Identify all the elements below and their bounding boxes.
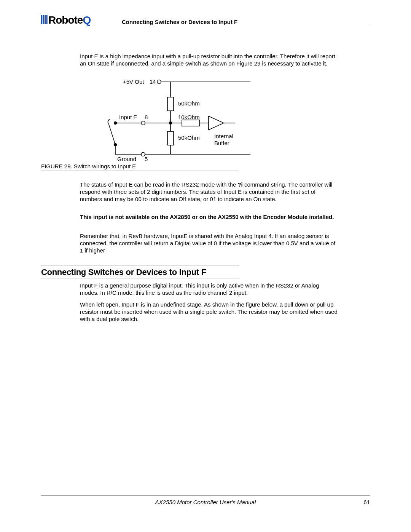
svg-marker-15 [209, 116, 224, 130]
label-ground-pin: 5 [145, 156, 148, 162]
svg-point-4 [157, 80, 161, 84]
brand-logo: RoboteQ [41, 14, 91, 26]
circuit-diagram: +5V Out 14 50kOhm Input E 8 10kOhm 50kOh… [45, 74, 334, 171]
section-divider-bottom [41, 278, 239, 278]
label-input-e-pin: 8 [145, 114, 148, 120]
label-vout: +5V Out [123, 78, 144, 85]
label-input-e: Input E [119, 114, 137, 120]
document-page: { "logo_text": "Roboteq", "header": { "t… [0, 0, 411, 532]
running-header-title: Connecting Switches or Devices to Input … [122, 19, 237, 25]
logo-text: RoboteQ [48, 14, 91, 26]
paragraph-input-f-open: When left open, Input F is in an undefin… [80, 301, 339, 323]
label-vout-pin: 14 [150, 78, 156, 85]
svg-rect-3 [46, 15, 48, 24]
svg-line-25 [109, 125, 115, 145]
label-ground: Ground [117, 156, 136, 162]
label-buffer-2: Buffer [214, 140, 229, 146]
figure-switch-wiring: +5V Out 14 50kOhm Input E 8 10kOhm 50kOh… [45, 74, 334, 171]
p2-text-a: The status of Input E can be read in the… [80, 181, 237, 188]
footer-manual-title: AX2550 Motor Controller User's Manual [0, 499, 411, 505]
label-r-top: 50kOhm [178, 100, 200, 107]
paragraph-input-e-intro: Input E is a high impedance input with a… [80, 53, 339, 67]
label-buffer-1: Internal [214, 133, 233, 139]
paragraph-availability-note: This input is not available on the AX285… [80, 213, 339, 220]
section-heading-input-f: Connecting Switches or Devices to Input … [41, 267, 206, 277]
footer-divider [41, 495, 370, 495]
footer-page-number: 61 [363, 499, 370, 505]
paragraph-revb-note: Remember that, in RevB hardware, InputE … [80, 232, 339, 254]
label-r-inline: 10kOhm [178, 114, 200, 120]
figure-divider [41, 171, 239, 171]
figure-caption: FIGURE 29. Switch wirings to Input E [41, 163, 136, 169]
header-divider [41, 26, 370, 26]
paragraph-input-f-intro: Input F is a general purpose digital inp… [80, 282, 339, 296]
svg-rect-0 [41, 15, 42, 24]
svg-rect-13 [182, 120, 199, 126]
svg-rect-7 [167, 97, 174, 111]
svg-rect-2 [45, 15, 46, 24]
svg-rect-18 [167, 131, 174, 145]
section-divider-top [41, 265, 239, 265]
logo-bars-icon [41, 15, 48, 24]
paragraph-input-e-status: The status of Input E can be read in the… [80, 181, 339, 203]
command-string: ?i [237, 181, 242, 188]
label-r-bot: 50kOhm [178, 134, 200, 141]
svg-rect-1 [43, 15, 44, 24]
svg-point-11 [141, 121, 145, 125]
